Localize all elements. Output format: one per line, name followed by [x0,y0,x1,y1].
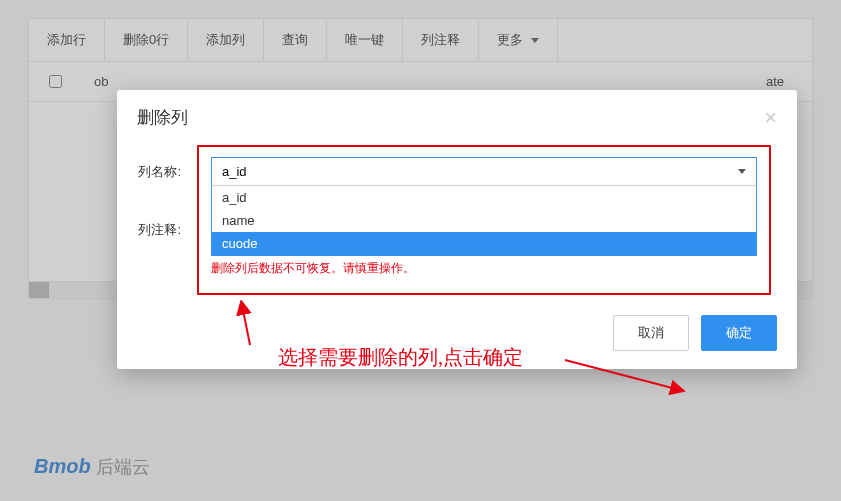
close-icon[interactable]: × [764,107,777,129]
delete-column-modal: 删除列 × 列名称: a_id a_id name cuode 删除列后数据不可… [117,90,797,369]
annotation-text: 选择需要删除的列,点击确定 [278,344,523,371]
warning-text: 删除列后数据不可恢复。请慎重操作。 [211,260,757,277]
column-name-select[interactable]: a_id [211,157,757,186]
dropdown-option[interactable]: cuode [212,232,756,255]
column-name-label: 列名称: [121,157,181,181]
chevron-down-icon [738,169,746,174]
modal-header: 删除列 × [117,90,797,141]
modal-body: 列名称: a_id a_id name cuode 删除列后数据不可恢复。请慎重… [117,141,797,301]
cancel-button[interactable]: 取消 [613,315,689,351]
modal-title: 删除列 [137,106,188,129]
dropdown-option[interactable]: name [212,209,756,232]
column-name-dropdown: a_id name cuode [211,186,757,256]
dropdown-option[interactable]: a_id [212,186,756,209]
confirm-button[interactable]: 确定 [701,315,777,351]
select-value: a_id [222,164,247,179]
annotation-box: 列名称: a_id a_id name cuode 删除列后数据不可恢复。请慎重… [197,145,771,295]
column-comment-label: 列注释: [121,215,181,239]
